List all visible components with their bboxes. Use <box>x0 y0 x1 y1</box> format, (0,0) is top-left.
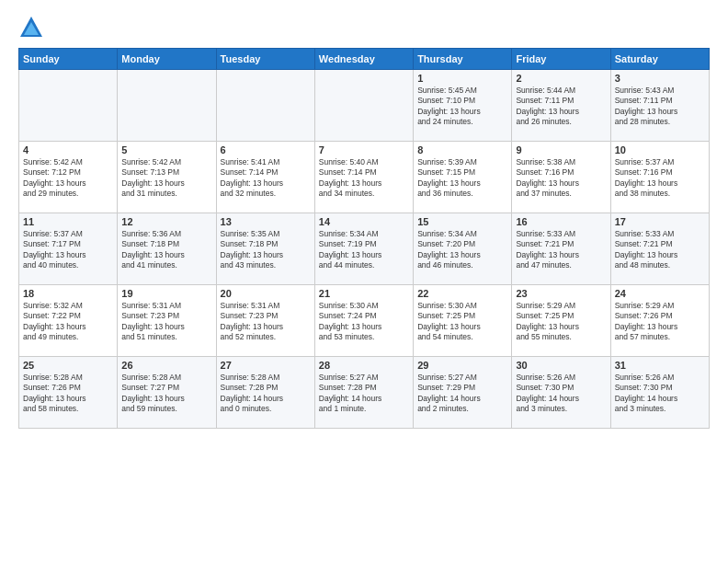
day-cell: 16Sunrise: 5:33 AM Sunset: 7:21 PM Dayli… <box>512 213 610 285</box>
day-number: 22 <box>417 288 507 299</box>
day-cell: 31Sunrise: 5:26 AM Sunset: 7:30 PM Dayli… <box>610 357 709 429</box>
day-number: 6 <box>221 144 311 155</box>
day-info: Sunrise: 5:27 AM Sunset: 7:29 PM Dayligh… <box>417 373 507 415</box>
day-number: 26 <box>121 360 211 371</box>
day-number: 11 <box>23 216 113 227</box>
day-cell: 18Sunrise: 5:32 AM Sunset: 7:22 PM Dayli… <box>19 285 118 357</box>
day-info: Sunrise: 5:26 AM Sunset: 7:30 PM Dayligh… <box>615 373 705 415</box>
day-cell: 6Sunrise: 5:41 AM Sunset: 7:14 PM Daylig… <box>216 142 314 213</box>
day-cell: 27Sunrise: 5:28 AM Sunset: 7:28 PM Dayli… <box>216 357 314 429</box>
day-info: Sunrise: 5:31 AM Sunset: 7:23 PM Dayligh… <box>121 301 211 343</box>
day-cell: 4Sunrise: 5:42 AM Sunset: 7:12 PM Daylig… <box>19 142 118 213</box>
day-cell <box>216 70 314 142</box>
day-info: Sunrise: 5:43 AM Sunset: 7:11 PM Dayligh… <box>615 86 705 128</box>
day-cell: 30Sunrise: 5:26 AM Sunset: 7:30 PM Dayli… <box>512 357 610 429</box>
day-cell: 7Sunrise: 5:40 AM Sunset: 7:14 PM Daylig… <box>314 142 413 213</box>
page: SundayMondayTuesdayWednesdayThursdayFrid… <box>0 0 728 563</box>
day-info: Sunrise: 5:26 AM Sunset: 7:30 PM Dayligh… <box>516 373 606 415</box>
day-header-tuesday: Tuesday <box>216 49 314 70</box>
day-number: 27 <box>221 360 311 371</box>
day-number: 31 <box>615 360 705 371</box>
day-info: Sunrise: 5:34 AM Sunset: 7:20 PM Dayligh… <box>417 229 507 271</box>
day-info: Sunrise: 5:42 AM Sunset: 7:13 PM Dayligh… <box>121 157 211 200</box>
week-row-2: 4Sunrise: 5:42 AM Sunset: 7:12 PM Daylig… <box>19 142 710 213</box>
day-cell: 25Sunrise: 5:28 AM Sunset: 7:26 PM Dayli… <box>19 357 118 429</box>
day-number: 28 <box>319 360 409 371</box>
day-number: 24 <box>615 288 705 299</box>
day-number: 30 <box>516 360 606 371</box>
day-cell: 1Sunrise: 5:45 AM Sunset: 7:10 PM Daylig… <box>414 70 512 142</box>
day-number: 9 <box>516 144 606 155</box>
day-cell: 3Sunrise: 5:43 AM Sunset: 7:11 PM Daylig… <box>610 70 709 142</box>
day-number: 17 <box>615 216 705 227</box>
day-info: Sunrise: 5:29 AM Sunset: 7:25 PM Dayligh… <box>516 301 606 343</box>
day-number: 7 <box>319 144 409 155</box>
day-number: 21 <box>319 288 409 299</box>
day-info: Sunrise: 5:36 AM Sunset: 7:18 PM Dayligh… <box>121 229 211 271</box>
day-number: 3 <box>615 73 705 84</box>
day-number: 10 <box>615 144 705 155</box>
day-cell: 5Sunrise: 5:42 AM Sunset: 7:13 PM Daylig… <box>118 142 216 213</box>
day-cell: 23Sunrise: 5:29 AM Sunset: 7:25 PM Dayli… <box>512 285 610 357</box>
day-number: 25 <box>23 360 113 371</box>
day-number: 18 <box>23 288 113 299</box>
day-cell: 22Sunrise: 5:30 AM Sunset: 7:25 PM Dayli… <box>414 285 512 357</box>
week-row-3: 11Sunrise: 5:37 AM Sunset: 7:17 PM Dayli… <box>19 213 710 285</box>
week-row-1: 1Sunrise: 5:45 AM Sunset: 7:10 PM Daylig… <box>19 70 710 142</box>
day-cell: 14Sunrise: 5:34 AM Sunset: 7:19 PM Dayli… <box>314 213 413 285</box>
day-cell: 15Sunrise: 5:34 AM Sunset: 7:20 PM Dayli… <box>414 213 512 285</box>
day-cell: 20Sunrise: 5:31 AM Sunset: 7:23 PM Dayli… <box>216 285 314 357</box>
logo-icon <box>18 15 44 40</box>
day-cell: 9Sunrise: 5:38 AM Sunset: 7:16 PM Daylig… <box>512 142 610 213</box>
day-info: Sunrise: 5:44 AM Sunset: 7:11 PM Dayligh… <box>516 86 606 128</box>
day-cell <box>19 70 118 142</box>
day-cell: 21Sunrise: 5:30 AM Sunset: 7:24 PM Dayli… <box>314 285 413 357</box>
day-info: Sunrise: 5:40 AM Sunset: 7:14 PM Dayligh… <box>319 157 409 200</box>
day-header-monday: Monday <box>118 49 216 70</box>
day-number: 16 <box>516 216 606 227</box>
day-cell: 29Sunrise: 5:27 AM Sunset: 7:29 PM Dayli… <box>414 357 512 429</box>
day-info: Sunrise: 5:39 AM Sunset: 7:15 PM Dayligh… <box>417 157 507 200</box>
day-info: Sunrise: 5:34 AM Sunset: 7:19 PM Dayligh… <box>319 229 409 271</box>
day-info: Sunrise: 5:30 AM Sunset: 7:25 PM Dayligh… <box>417 301 507 343</box>
day-info: Sunrise: 5:32 AM Sunset: 7:22 PM Dayligh… <box>23 301 113 343</box>
day-number: 23 <box>516 288 606 299</box>
logo <box>18 15 48 40</box>
day-info: Sunrise: 5:37 AM Sunset: 7:16 PM Dayligh… <box>615 157 705 200</box>
day-header-sunday: Sunday <box>19 49 118 70</box>
day-info: Sunrise: 5:28 AM Sunset: 7:28 PM Dayligh… <box>221 373 311 415</box>
day-cell: 11Sunrise: 5:37 AM Sunset: 7:17 PM Dayli… <box>19 213 118 285</box>
day-info: Sunrise: 5:37 AM Sunset: 7:17 PM Dayligh… <box>23 229 113 271</box>
day-cell: 19Sunrise: 5:31 AM Sunset: 7:23 PM Dayli… <box>118 285 216 357</box>
day-info: Sunrise: 5:42 AM Sunset: 7:12 PM Dayligh… <box>23 157 113 200</box>
day-info: Sunrise: 5:33 AM Sunset: 7:21 PM Dayligh… <box>615 229 705 271</box>
day-header-wednesday: Wednesday <box>314 49 413 70</box>
day-cell: 2Sunrise: 5:44 AM Sunset: 7:11 PM Daylig… <box>512 70 610 142</box>
day-number: 19 <box>121 288 211 299</box>
day-cell: 26Sunrise: 5:28 AM Sunset: 7:27 PM Dayli… <box>118 357 216 429</box>
day-info: Sunrise: 5:29 AM Sunset: 7:26 PM Dayligh… <box>615 301 705 343</box>
day-number: 29 <box>417 360 507 371</box>
day-number: 4 <box>23 144 113 155</box>
day-cell <box>314 70 413 142</box>
calendar-table: SundayMondayTuesdayWednesdayThursdayFrid… <box>18 48 710 429</box>
day-header-friday: Friday <box>512 49 610 70</box>
day-number: 2 <box>516 73 606 84</box>
day-info: Sunrise: 5:35 AM Sunset: 7:18 PM Dayligh… <box>221 229 311 271</box>
day-header-thursday: Thursday <box>414 49 512 70</box>
day-info: Sunrise: 5:45 AM Sunset: 7:10 PM Dayligh… <box>417 86 507 128</box>
day-info: Sunrise: 5:33 AM Sunset: 7:21 PM Dayligh… <box>516 229 606 271</box>
day-number: 12 <box>121 216 211 227</box>
days-header-row: SundayMondayTuesdayWednesdayThursdayFrid… <box>19 49 710 70</box>
day-cell: 28Sunrise: 5:27 AM Sunset: 7:28 PM Dayli… <box>314 357 413 429</box>
day-cell: 12Sunrise: 5:36 AM Sunset: 7:18 PM Dayli… <box>118 213 216 285</box>
day-number: 14 <box>319 216 409 227</box>
day-cell <box>118 70 216 142</box>
header <box>18 15 710 40</box>
day-info: Sunrise: 5:27 AM Sunset: 7:28 PM Dayligh… <box>319 373 409 415</box>
day-cell: 24Sunrise: 5:29 AM Sunset: 7:26 PM Dayli… <box>610 285 709 357</box>
day-number: 13 <box>221 216 311 227</box>
week-row-5: 25Sunrise: 5:28 AM Sunset: 7:26 PM Dayli… <box>19 357 710 429</box>
week-row-4: 18Sunrise: 5:32 AM Sunset: 7:22 PM Dayli… <box>19 285 710 357</box>
day-header-saturday: Saturday <box>610 49 709 70</box>
